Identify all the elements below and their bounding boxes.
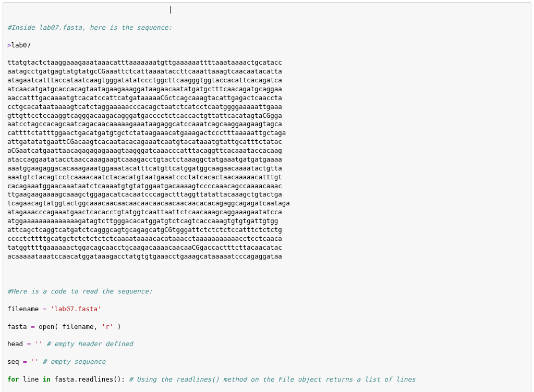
comment-fasta-contents: #Inside lab07.fasta, here is the sequenc…: [7, 23, 172, 31]
sequence-line: aatagcctgatgagtatgtatgcCGaaattctcattaaaa…: [7, 67, 527, 76]
sequence-line: cccctcttttgcatgctctctctctctcaaaataaaacac…: [7, 235, 527, 243]
code-cell[interactable]: #Inside lab07.fasta, here is the sequenc…: [3, 2, 531, 392]
sequence-line: ataccaggaatatacctaaccaaagaagtcaaagacctgt…: [7, 155, 527, 164]
sequence-line: aaatggaagaggacacaaagaaatggaaatacatttcatg…: [7, 164, 527, 173]
sequence-line: aCGaatcatgaattaacagagagagaaagtaagggatcaa…: [7, 146, 527, 155]
sequence-line: atagaaacccagaaatgaactcacacctgtatggtcaatt…: [7, 208, 527, 217]
sequence-line: atggaaaaaaaaaaaaaagatagtcttgggacacatggat…: [7, 217, 527, 226]
comment-read-code: #Here is a code to read the sequence:: [7, 287, 152, 295]
sequence-line: attgatatatgaattCGacaagtcacaatacacagaaatc…: [7, 138, 527, 146]
sequence-line: acaaaaataaatccaacatggataaagacctatgtgtgaa…: [7, 252, 527, 261]
sequence-line: cctgcacataataaaagtcatctaggaaaaacccacagct…: [7, 103, 527, 112]
sequence-line: tatggttttgaaaaaactggacagcaacctgcaagacaaa…: [7, 243, 527, 252]
sequence-line: ttgaagaagaaaagcaaagctggagacatcacaatcccag…: [7, 190, 527, 199]
sequence-line: gttgttcctccaaggtcagggacaagacagggatgacccc…: [7, 112, 527, 120]
sequence-line: cacagaaatggaacaaataatctcaaaatgtgtatggaat…: [7, 182, 527, 191]
sequence-line: aatcctagccacagcaatcagacaacaaaaagaaataaga…: [7, 120, 527, 129]
fasta-header-marker: >: [7, 41, 11, 49]
fasta-header-name: lab07: [11, 41, 31, 49]
sequence-line: ttatgtactctaaggaaagaaataaacatttaaaaaaatg…: [7, 58, 527, 67]
sequence-line: aaatgtctacagtcctcaaaacaatctacacatgtaatga…: [7, 173, 527, 182]
sequence-line: attcagctcaggtcatgatctcagggcagtgcagagcatg…: [7, 226, 527, 235]
sequence-line: atagaatcatttaccataatcaagtgggatatatccctgg…: [7, 76, 527, 85]
sequence-line: tcagaacagtatggtactggcaaacaacaacaacaacaac…: [7, 199, 527, 208]
sequence-line: aaccatttgacaaaatgtcacatccattcatgataaaaaC…: [7, 94, 527, 103]
sequence-block: ttatgtactctaaggaaagaaataaacatttaaaaaaatg…: [7, 58, 527, 261]
sequence-line: cattttctatttggaactgacatgatgtgctctataagaa…: [7, 129, 527, 138]
sequence-line: atcaacatgatgcaccacagtaatagaagaaaggataaga…: [7, 85, 527, 94]
text-cursor: [170, 6, 171, 14]
